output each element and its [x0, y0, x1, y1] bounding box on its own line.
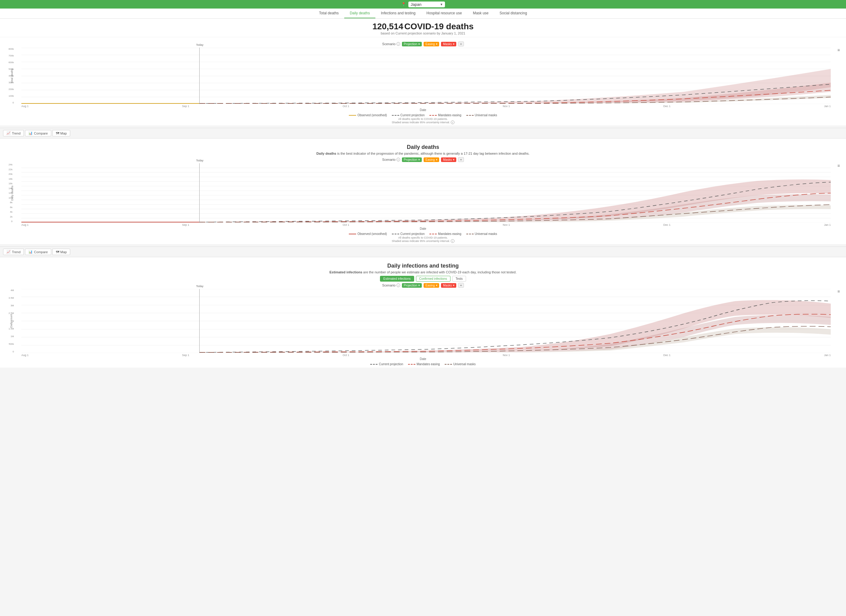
- today-line-1: Today: [199, 48, 200, 104]
- subtab-map-1[interactable]: 🗺 Map: [53, 130, 70, 136]
- scenario-more-2[interactable]: +: [458, 157, 464, 162]
- today-line-3: Today: [199, 289, 200, 353]
- chart-menu-icon-2[interactable]: ≡: [837, 163, 840, 168]
- x-ticks-1: Aug 1Sep 1Oct 1Nov 1Dec 1Jan 1: [0, 104, 846, 108]
- filter-btn-estimated[interactable]: Estimated infections: [380, 276, 414, 282]
- badge-masks-2[interactable]: Masks ×: [441, 157, 456, 162]
- scenario-info-icon-1[interactable]: i: [397, 42, 400, 46]
- y-ticks-3: 4M3.5M3M2.5M2M1.5M1M500k0: [9, 289, 14, 353]
- legend-easing-2: Mandates easing: [429, 232, 461, 236]
- badge-projection-1[interactable]: Projection ×: [402, 42, 422, 46]
- top-bar: 📍 Japan ▼: [0, 0, 846, 9]
- badge-easing-3[interactable]: Easing ×: [424, 283, 439, 288]
- infections-chart-section: Daily infections and testing Estimated i…: [0, 257, 846, 368]
- filter-btns: Estimated infections Confirmed infection…: [0, 276, 846, 282]
- subtab-trend-2[interactable]: 📈 Trend: [3, 249, 24, 255]
- chart-svg-3: [21, 289, 831, 353]
- summary-sub: based on Current projection scenario by …: [0, 31, 846, 35]
- summary-number: 120,514: [372, 22, 403, 31]
- footnote-1b: Shaded areas indicate 95% uncertainty in…: [0, 120, 846, 124]
- summary-header: 120,514 COVID-19 deaths based on Current…: [0, 19, 846, 37]
- daily-deaths-chart-section: Daily deaths Daily deaths is the best in…: [0, 138, 846, 244]
- summary-number-label: COVID-19 deaths: [404, 22, 474, 31]
- tab-daily-deaths[interactable]: Daily deaths: [344, 9, 375, 18]
- scenario-row-3: Scenario i Projection × Easing × Masks ×…: [0, 283, 846, 288]
- date-label-3: Date: [0, 357, 846, 361]
- scenario-info-icon-3[interactable]: i: [397, 283, 400, 287]
- scenario-label-1: Scenario i: [382, 42, 400, 46]
- tab-hospital-resource[interactable]: Hospital resource use: [421, 9, 467, 18]
- legend-3: Current projection Mandates easing Unive…: [0, 362, 846, 366]
- filter-btn-confirmed[interactable]: Confirmed infections: [416, 276, 451, 282]
- chart-menu-icon-1[interactable]: ≡: [837, 48, 840, 53]
- country-selector-wrapper[interactable]: Japan ▼: [408, 1, 445, 7]
- legend-observed-1: Observed (smoothed): [349, 113, 387, 117]
- badge-masks-3[interactable]: Masks ×: [441, 283, 456, 288]
- x-ticks-2: Aug 1Sep 1Oct 1Nov 1Dec 1Jan 1: [0, 223, 846, 226]
- scenario-more-1[interactable]: +: [458, 41, 464, 46]
- section3-desc: Estimated infections are the number of p…: [0, 270, 846, 274]
- legend-masks-2: Universal masks: [466, 232, 497, 236]
- subtabs-1: 📈 Trend 📊 Compare 🗺 Map: [0, 128, 846, 138]
- legend-easing-3: Mandates easing: [408, 362, 440, 366]
- legend-2: Observed (smoothed) Current projection M…: [0, 232, 846, 236]
- legend-easing-1: Mandates easing: [429, 113, 461, 117]
- today-label-3: Today: [196, 285, 203, 288]
- scenario-label-3: Scenario i: [382, 283, 400, 287]
- tab-mask-use[interactable]: Mask use: [467, 9, 494, 18]
- scenario-label-2: Scenario i: [382, 158, 400, 161]
- scenario-row-2: Scenario i Projection × Easing × Masks ×…: [0, 157, 846, 162]
- badge-projection-2[interactable]: Projection ×: [402, 157, 422, 162]
- tab-social-distancing[interactable]: Social distancing: [494, 9, 533, 18]
- main-nav: Total deaths Daily deaths Infections and…: [0, 9, 846, 19]
- chart-container-2: Daily deaths ≡ Today: [21, 163, 831, 223]
- subtab-map-2[interactable]: 🗺 Map: [53, 249, 70, 255]
- chart-svg-1: [21, 48, 831, 104]
- tab-infections-testing[interactable]: Infections and testing: [375, 9, 421, 18]
- date-label-1: Date: [0, 108, 846, 111]
- country-select[interactable]: Japan: [408, 1, 445, 7]
- filter-btn-tests[interactable]: Tests: [452, 276, 466, 282]
- footnote-info-icon-1[interactable]: i: [451, 120, 454, 124]
- x-ticks-3: Aug 1Sep 1Oct 1Nov 1Dec 1Jan 1: [0, 353, 846, 357]
- legend-masks-1: Universal masks: [466, 113, 497, 117]
- tab-total-deaths[interactable]: Total deaths: [313, 9, 344, 18]
- legend-observed-2: Observed (smoothed): [349, 232, 387, 236]
- footnote-2a: All deaths specific to COVID-19 patients…: [0, 236, 846, 239]
- badge-easing-2[interactable]: Easing ×: [424, 157, 439, 162]
- section2-desc: Daily deaths is the best indicator of th…: [0, 152, 846, 155]
- y-ticks-1: 800k700k600k500k400k300k200k100k0: [9, 48, 14, 104]
- chart-container-3: Daily count ≡ Today: [21, 289, 831, 353]
- badge-easing-1[interactable]: Easing ×: [424, 42, 439, 46]
- legend-masks-3: Universal masks: [445, 362, 476, 366]
- today-line-2: Today: [199, 163, 200, 223]
- legend-1: Observed (smoothed) Current projection M…: [0, 113, 846, 117]
- section2-title: Daily deaths: [0, 144, 846, 150]
- scenario-more-3[interactable]: +: [458, 283, 464, 288]
- chart-container-1: Total deaths ≡ Today: [21, 48, 831, 104]
- today-label-2: Today: [196, 159, 203, 162]
- badge-projection-3[interactable]: Projection ×: [402, 283, 422, 288]
- footnote-2b: Shaded areas indicate 95% uncertainty in…: [0, 239, 846, 243]
- scenario-info-icon-2[interactable]: i: [397, 158, 400, 161]
- subtab-trend-1[interactable]: 📈 Trend: [3, 130, 24, 136]
- subtab-compare-1[interactable]: 📊 Compare: [25, 130, 51, 136]
- legend-projection-1: Current projection: [392, 113, 424, 117]
- subtab-compare-2[interactable]: 📊 Compare: [25, 249, 51, 255]
- legend-projection-3: Current projection: [370, 362, 403, 366]
- summary-number-line: 120,514 COVID-19 deaths: [0, 22, 846, 31]
- today-label-1: Today: [196, 43, 203, 46]
- chart-menu-icon-3[interactable]: ≡: [837, 289, 840, 294]
- chart-svg-2: [21, 163, 831, 223]
- footnote-1a: All deaths specific to COVID-19 patients…: [0, 117, 846, 120]
- y-ticks-2: 24k22k20k18k16k14k12k10k8k6k4k2k0: [9, 163, 13, 223]
- total-deaths-chart-section: Scenario i Projection × Easing × Masks ×…: [0, 37, 846, 125]
- subtabs-2: 📈 Trend 📊 Compare 🗺 Map: [0, 246, 846, 257]
- scenario-row-1: Scenario i Projection × Easing × Masks ×…: [0, 41, 846, 46]
- legend-projection-2: Current projection: [392, 232, 424, 236]
- date-label-2: Date: [0, 227, 846, 230]
- badge-masks-1[interactable]: Masks ×: [441, 42, 456, 46]
- location-icon: 📍: [401, 2, 406, 6]
- footnote-info-icon-2[interactable]: i: [451, 239, 454, 243]
- section3-title: Daily infections and testing: [0, 263, 846, 269]
